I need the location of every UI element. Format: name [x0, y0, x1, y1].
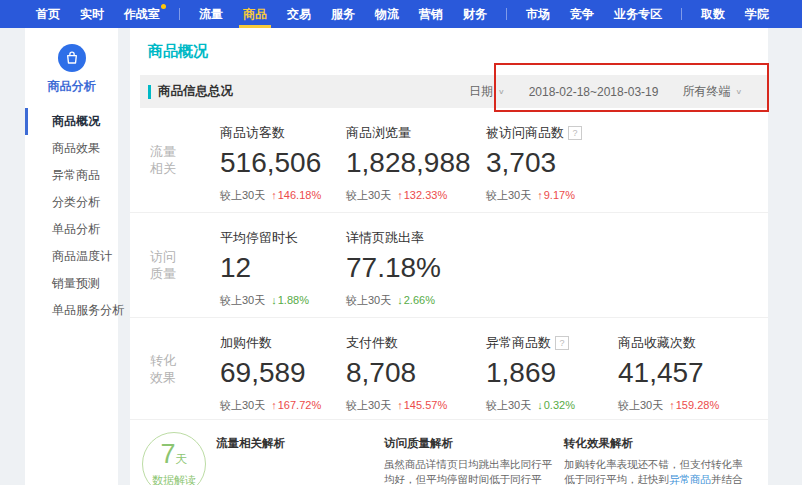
- section-title: 商品信息总况: [158, 83, 233, 100]
- metric-row-traffic: 流量相关 商品访客数 516,506 较上30天146.18% 商品浏览量 1,…: [130, 108, 768, 213]
- nav-item-data-fetch[interactable]: 取数: [701, 0, 725, 28]
- metric-value: 8,708: [346, 357, 486, 389]
- sidebar-item-product-overview[interactable]: 商品概况: [25, 108, 118, 135]
- compare-label: 较上30天: [220, 189, 265, 201]
- metric-detail-bounce-rate: 详情页跳出率 77.18% 较上30天2.66%: [346, 213, 486, 317]
- metrics-panel: 流量相关 商品访客数 516,506 较上30天146.18% 商品浏览量 1,…: [130, 108, 768, 420]
- metric-value: 516,506: [220, 147, 346, 179]
- nav-item-market[interactable]: 市场: [526, 0, 550, 28]
- metric-product-visitors: 商品访客数 516,506 较上30天146.18%: [220, 108, 346, 212]
- sidebar-item-category-analysis[interactable]: 分类分析: [25, 189, 118, 216]
- badge-subtitle: 数据解读: [143, 473, 205, 485]
- metric-label: 商品收藏次数: [618, 335, 696, 350]
- date-mode-dropdown[interactable]: 日期 ∨: [469, 83, 505, 100]
- metric-row-conversion: 转化效果 加购件数 69,589 较上30天167.72% 支付件数 8,708…: [130, 318, 768, 420]
- badge-unit: 天: [176, 452, 188, 466]
- metric-value: 3,703: [486, 147, 618, 179]
- compare-label: 较上30天: [220, 399, 265, 411]
- insight-title: 访问质量解析: [384, 436, 552, 451]
- change-value: 159.28%: [669, 399, 719, 411]
- nav-item-service[interactable]: 服务: [331, 0, 355, 28]
- help-icon[interactable]: ?: [555, 336, 569, 350]
- filter-bar: 日期 ∨ 2018-02-18~2018-03-19 所有终端 ∨: [445, 83, 768, 100]
- sidebar-item-abnormal-products[interactable]: 异常商品: [25, 162, 118, 189]
- main-content: 商品概况 商品信息总况 日期 ∨ 2018-02-18~2018-03-19 所…: [130, 28, 768, 485]
- metric-label: 详情页跳出率: [346, 230, 424, 245]
- metric-label: 商品访客数: [220, 125, 285, 140]
- metric-product-pageviews: 商品浏览量 1,828,988 较上30天132.33%: [346, 108, 486, 212]
- nav-item-realtime[interactable]: 实时: [80, 0, 104, 28]
- sidebar: 商品分析 商品概况 商品效果 异常商品 分类分析 单品分析 商品温度计 销量预测…: [25, 28, 118, 485]
- sidebar-item-sales-forecast[interactable]: 销量预测: [25, 270, 118, 297]
- compare-label: 较上30天: [346, 189, 391, 201]
- metric-label: 支付件数: [346, 335, 398, 350]
- change-value: 9.17%: [537, 189, 575, 201]
- top-navbar: 首页 实时 作战室 流量 商品 交易 服务 物流 营销 财务 市场 竞争 业务专…: [0, 0, 802, 28]
- badge-number: 7: [160, 439, 175, 469]
- chevron-down-icon: ∨: [498, 88, 505, 96]
- nav-divider: [179, 8, 180, 20]
- nav-divider: [681, 8, 682, 20]
- metric-avg-stay-time: 平均停留时长 12 较上30天1.88%: [220, 213, 346, 317]
- terminal-dropdown[interactable]: 所有终端 ∨: [682, 83, 742, 100]
- nav-item-finance[interactable]: 财务: [463, 0, 487, 28]
- nav-item-competition[interactable]: 竞争: [570, 0, 594, 28]
- metric-visited-products: 被访问商品数? 3,703 较上30天9.17%: [486, 108, 618, 212]
- abnormal-products-link[interactable]: 异常商品: [669, 473, 711, 485]
- insight-column-traffic: 流量相关解析: [216, 420, 368, 485]
- nav-item-warroom[interactable]: 作战室: [124, 0, 160, 28]
- metric-label: 加购件数: [220, 335, 272, 350]
- metric-product-favorites: 商品收藏次数 41,457 较上30天159.28%: [618, 318, 719, 419]
- change-value: 145.57%: [397, 399, 447, 411]
- product-analysis-icon: [58, 44, 86, 72]
- metric-paid-items: 支付件数 8,708 较上30天145.57%: [346, 318, 486, 419]
- sidebar-title: 商品分析: [25, 78, 118, 95]
- nav-item-marketing[interactable]: 营销: [419, 0, 443, 28]
- sidebar-item-product-effect[interactable]: 商品效果: [25, 135, 118, 162]
- metric-value: 41,457: [618, 357, 719, 389]
- nav-item-academy[interactable]: 学院: [745, 0, 769, 28]
- section-header: 商品信息总况 日期 ∨ 2018-02-18~2018-03-19 所有终端 ∨: [140, 75, 768, 108]
- change-value: 0.32%: [537, 399, 575, 411]
- metric-abnormal-products: 异常商品数? 1,869 较上30天0.32%: [486, 318, 618, 419]
- metric-row-visit-quality: 访问质量 平均停留时长 12 较上30天1.88% 详情页跳出率 77.18% …: [130, 213, 768, 318]
- sidebar-menu: 商品概况 商品效果 异常商品 分类分析 单品分析 商品温度计 销量预测 单品服务…: [25, 108, 118, 324]
- sidebar-item-single-product-service[interactable]: 单品服务分析: [25, 297, 118, 324]
- change-value: 146.18%: [271, 189, 321, 201]
- metric-value: 77.18%: [346, 252, 486, 284]
- date-range-picker[interactable]: 2018-02-18~2018-03-19: [529, 85, 659, 99]
- compare-label: 较上30天: [486, 399, 531, 411]
- chevron-down-icon: ∨: [735, 88, 742, 96]
- insight-title: 转化效果解析: [564, 436, 750, 451]
- metric-value: 1,869: [486, 357, 618, 389]
- nav-item-product[interactable]: 商品: [243, 0, 267, 28]
- sidebar-item-product-thermometer[interactable]: 商品温度计: [25, 243, 118, 270]
- metric-label: 被访问商品数: [486, 125, 564, 140]
- change-value: 1.88%: [271, 294, 309, 306]
- compare-label: 较上30天: [486, 189, 531, 201]
- shopping-bag-icon: [64, 50, 80, 66]
- metric-value: 69,589: [220, 357, 346, 389]
- nav-item-logistics[interactable]: 物流: [375, 0, 399, 28]
- sidebar-item-single-product-analysis[interactable]: 单品分析: [25, 216, 118, 243]
- help-icon[interactable]: ?: [568, 126, 582, 140]
- change-value: 167.72%: [271, 399, 321, 411]
- nav-item-home[interactable]: 首页: [36, 0, 60, 28]
- metric-value: 1,828,988: [346, 147, 486, 179]
- metric-group-label: 转化效果: [150, 318, 220, 419]
- compare-label: 较上30天: [618, 399, 663, 411]
- page-title: 商品概况: [148, 42, 208, 61]
- change-value: 132.33%: [397, 189, 447, 201]
- seven-day-insight-badge: 7天 数据解读: [142, 432, 206, 485]
- nav-item-trade[interactable]: 交易: [287, 0, 311, 28]
- metric-group-label: 流量相关: [150, 108, 220, 212]
- metric-cart-adds: 加购件数 69,589 较上30天167.72%: [220, 318, 346, 419]
- insight-title: 流量相关解析: [216, 436, 368, 451]
- metric-label: 商品浏览量: [346, 125, 411, 140]
- insight-text: 虽然商品详情页日均跳出率比同行平均好，但平均停留时间低于同行平均，请关注页面推荐…: [384, 457, 552, 485]
- nav-item-traffic[interactable]: 流量: [199, 0, 223, 28]
- insight-text: 加购转化率表现还不错，但支付转化率低于同行平均，赶快到异常商品并结合使用商品温度…: [564, 457, 750, 485]
- compare-label: 较上30天: [220, 294, 265, 306]
- nav-item-business-zone[interactable]: 业务专区: [614, 0, 662, 28]
- notification-dot-icon: [161, 4, 166, 9]
